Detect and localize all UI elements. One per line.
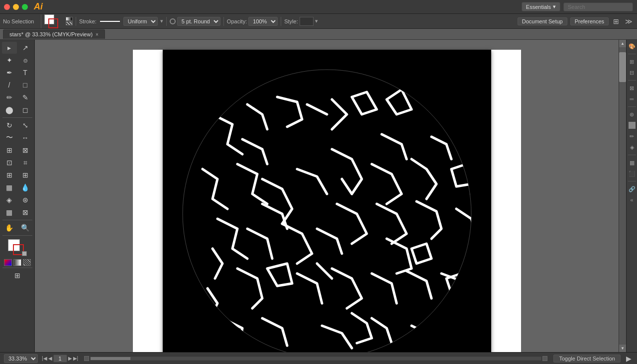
stroke-dropdown-arrow: ▾ bbox=[160, 18, 163, 24]
free-transform-tool[interactable]: ⊞ bbox=[2, 144, 17, 156]
canvas-area[interactable] bbox=[35, 40, 619, 352]
column-graph-tool[interactable]: ▦ bbox=[2, 206, 17, 218]
eyedropper-tool[interactable]: 💧 bbox=[18, 182, 33, 193]
stroke-indicator[interactable] bbox=[48, 18, 58, 28]
live-paint-tool[interactable]: ⊡ bbox=[2, 157, 17, 169]
h-scroll-track[interactable] bbox=[90, 357, 541, 361]
pen-tool[interactable]: ✒ bbox=[2, 67, 17, 79]
brush-panel-icon[interactable]: ✏ bbox=[628, 132, 637, 141]
workspace-selector[interactable]: Essentials ▾ bbox=[522, 2, 560, 11]
links-icon[interactable]: 🔗 bbox=[628, 184, 637, 193]
none-mode-button[interactable] bbox=[23, 259, 31, 266]
graph-tools: ⊞ ⊞ bbox=[2, 169, 33, 181]
h-scroll-left[interactable] bbox=[84, 356, 89, 361]
prev-page-button[interactable]: ◀ bbox=[48, 356, 52, 361]
mesh-tool[interactable]: ⊞ bbox=[18, 169, 33, 181]
options-expand-icon[interactable]: ≫ bbox=[624, 17, 634, 26]
lasso-tools: ✦ ⌾ bbox=[2, 54, 33, 66]
color-guide-icon[interactable]: ▦ bbox=[628, 158, 637, 167]
live-paint-tools: ⊡ ⌗ bbox=[2, 157, 33, 169]
zoom-tool[interactable]: 🔍 bbox=[18, 222, 33, 234]
type-tool[interactable]: T bbox=[18, 67, 33, 79]
last-page-button[interactable]: ▶| bbox=[73, 356, 79, 361]
style-box[interactable] bbox=[300, 17, 314, 26]
color-mode-button[interactable] bbox=[4, 259, 12, 266]
graphic-styles-icon[interactable]: ◈ bbox=[628, 143, 637, 152]
transform-panel-icon[interactable]: ⊞ bbox=[628, 57, 637, 66]
pencil-tool[interactable]: ✎ bbox=[18, 91, 33, 103]
pathfinder-icon[interactable]: ⊠ bbox=[628, 84, 637, 92]
eraser-tool[interactable]: ◻ bbox=[18, 104, 33, 116]
ai-logo-text: Ai bbox=[34, 1, 43, 12]
reset-colors[interactable] bbox=[22, 251, 27, 256]
separator-3 bbox=[2, 235, 32, 236]
lasso-tool[interactable]: ⌾ bbox=[18, 54, 33, 66]
rect-tool[interactable]: □ bbox=[18, 79, 33, 91]
direct-selection-tool[interactable]: ↗ bbox=[18, 42, 33, 54]
scroll-thumb[interactable] bbox=[619, 52, 626, 82]
scroll-up-arrow[interactable]: ▲ bbox=[619, 40, 626, 47]
screen-mode-button[interactable]: ⊞ bbox=[10, 270, 25, 281]
style-dropdown-arrow: ▾ bbox=[315, 18, 318, 24]
h-scroll-right[interactable] bbox=[542, 356, 547, 361]
tab-close-button[interactable]: × bbox=[96, 32, 99, 37]
gradient-tools: ▦ 💧 bbox=[2, 182, 33, 193]
stroke-cap-select[interactable]: 5 pt. Round bbox=[177, 17, 220, 26]
hand-tool[interactable]: ✋ bbox=[2, 222, 17, 234]
scroll-down-arrow[interactable]: ▼ bbox=[619, 345, 626, 352]
far-right-separator-4 bbox=[628, 155, 636, 155]
stroke-panel-icon[interactable]: ═ bbox=[628, 94, 637, 103]
minimize-button[interactable] bbox=[13, 4, 19, 10]
slice-tool[interactable]: ⊠ bbox=[18, 206, 33, 218]
maximize-button[interactable] bbox=[22, 4, 28, 10]
color-panel-icon[interactable]: 🎨 bbox=[628, 42, 637, 51]
scroll-track[interactable] bbox=[619, 47, 626, 345]
next-page-button[interactable]: ▶ bbox=[68, 356, 72, 361]
expand-icon[interactable]: « bbox=[628, 195, 637, 204]
distort-tools: 〜 ↔ bbox=[2, 132, 33, 144]
paintbrush-tool[interactable]: ✏ bbox=[2, 91, 17, 103]
selection-tool[interactable]: ▸ bbox=[2, 42, 17, 54]
gradient-mode-button[interactable] bbox=[13, 259, 21, 266]
first-page-button[interactable]: |◀ bbox=[42, 356, 47, 361]
width-tool[interactable]: ↔ bbox=[18, 132, 33, 144]
cap-dot bbox=[170, 18, 176, 24]
color-section bbox=[4, 239, 31, 266]
scale-tool[interactable]: ⤡ bbox=[18, 119, 33, 131]
symbols-panel-icon[interactable]: ⊛ bbox=[628, 110, 637, 119]
live-paint-select[interactable]: ⌗ bbox=[18, 157, 33, 169]
arrange-icon[interactable]: ⊞ bbox=[612, 17, 621, 26]
swatches-icon[interactable]: ⬛ bbox=[628, 169, 637, 178]
toggle-expand-button[interactable]: ▶ bbox=[625, 354, 633, 363]
app-icon: Ai bbox=[33, 1, 44, 12]
vertical-scrollbar[interactable]: ▲ ▼ bbox=[619, 40, 626, 352]
symbol-tool[interactable]: ⊛ bbox=[18, 194, 33, 206]
close-button[interactable] bbox=[4, 4, 10, 10]
pen-tools: ✒ T bbox=[2, 67, 33, 79]
gradient-tool[interactable]: ▦ bbox=[2, 182, 17, 193]
shape-builder-tool[interactable]: ⊠ bbox=[18, 144, 33, 156]
zoom-select[interactable]: 33.33% bbox=[4, 354, 38, 363]
perspective-grid[interactable]: ⊞ bbox=[2, 169, 17, 181]
magic-wand-tool[interactable]: ✦ bbox=[2, 54, 17, 66]
blend-tool[interactable]: ◈ bbox=[2, 194, 17, 206]
search-input[interactable] bbox=[563, 2, 633, 11]
page-input[interactable] bbox=[53, 355, 67, 363]
canvas-wrapper bbox=[35, 40, 619, 352]
stroke-profile-select[interactable]: Uniform bbox=[123, 17, 158, 26]
align-panel-icon[interactable]: ⊟ bbox=[628, 68, 637, 77]
stroke-weight-group: Stroke: Uniform ▾ bbox=[76, 17, 163, 26]
opacity-select[interactable]: 100% bbox=[248, 17, 278, 26]
rotate-tool[interactable]: ↻ bbox=[2, 119, 17, 131]
blob-brush-tool[interactable]: ⬤ bbox=[2, 104, 17, 116]
h-scroll-thumb[interactable] bbox=[91, 357, 130, 360]
main-area: ▸ ↗ ✦ ⌾ ✒ T / □ ✏ ✎ ⬤ ◻ ↻ ⤡ 〜 ↔ bbox=[0, 40, 637, 352]
line-tool[interactable]: / bbox=[2, 79, 17, 91]
transform-tools: ↻ ⤡ bbox=[2, 119, 33, 131]
warp-tool[interactable]: 〜 bbox=[2, 132, 17, 144]
panel-toggle[interactable] bbox=[629, 122, 636, 129]
toggle-direct-selection-button[interactable]: Toggle Direct Selection bbox=[553, 355, 621, 363]
preferences-button[interactable]: Preferences bbox=[570, 17, 609, 25]
document-tab[interactable]: stars* @ 33.33% (CMYK/Preview) × bbox=[3, 29, 105, 39]
document-setup-button[interactable]: Document Setup bbox=[518, 17, 567, 25]
